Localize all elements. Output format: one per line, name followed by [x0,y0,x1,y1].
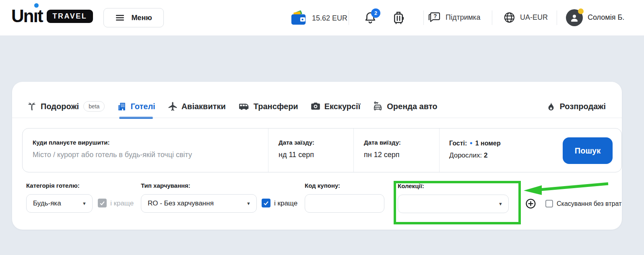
meal-type-select[interactable]: RO - Без харчування ▼ [141,194,257,213]
tab-hotels[interactable]: Готелі [117,99,155,114]
chevron-down-icon: ▼ [82,201,87,206]
header-divider [423,10,424,25]
sales-label: Розпродажі [559,102,606,111]
wallet-icon [291,10,308,26]
tab-trips[interactable]: Подорожі beta [27,99,105,114]
coupon-code-label: Код купону: [305,182,340,189]
trips-luggage-button[interactable] [391,10,406,26]
flame-icon [546,102,556,111]
tab-excursions[interactable]: Екскурсії [310,99,361,114]
header-divider [557,10,557,25]
person-icon [569,12,580,23]
beta-badge: beta [83,101,105,112]
tab-label: Трансфери [254,102,298,111]
suitcase-icon [391,10,406,26]
tab-flights[interactable]: Авіаквитки [167,99,226,114]
collections-label: Колекції: [398,182,424,189]
header-divider [349,10,349,25]
hotel-category-select[interactable]: Будь-яка ▼ [26,194,93,213]
user-avatar[interactable] [566,9,583,26]
globe-icon [503,11,516,24]
checkin-value[interactable]: нд 11 серп [279,151,353,159]
wallet-amount: 15.62 EUR [312,14,347,23]
hamburger-icon [115,13,125,23]
guests-label: Гості: [449,140,467,147]
category-and-better-checkbox[interactable] [98,199,107,207]
hotel-search-box: Куди плануєте вирушити: Місто / курорт а… [22,128,622,172]
header-divider [492,10,492,25]
collections-select[interactable]: ▼ [398,195,509,213]
wallet-balance[interactable]: 15.62 EUR [291,10,347,26]
brand-badge: TRAVEL [47,10,93,23]
camera-icon [310,101,321,112]
notifications-button[interactable]: 2 [363,11,377,25]
destination-placeholder[interactable]: Місто / курорт або готель в будь-якій то… [33,151,268,159]
brand-logo[interactable]: Unıt TRAVEL [11,7,93,25]
add-filter-button[interactable] [525,198,537,209]
tab-label: Готелі [130,102,155,111]
meal-type-label: Тип харчування: [141,182,190,189]
meal-type-value: RO - Без харчування [148,199,214,207]
adults-label: Дорослих: [449,151,482,159]
hotel-category-value: Будь-яка [33,199,61,207]
svg-text:?: ? [433,13,437,19]
checkout-label: Дата виїзду: [364,139,439,146]
search-card: Подорожі beta Готелі Авіаквитки [12,82,622,230]
support-button[interactable]: ? Підтримка [427,11,480,24]
palm-tree-icon [27,101,37,112]
user-name[interactable]: Соломія Б. [588,13,624,22]
tab-label: Авіаквитки [182,102,226,111]
plus-circle-icon [525,198,537,209]
search-button[interactable]: Пошук [563,137,613,164]
guests-bullet: • [470,139,472,147]
support-label: Підтримка [446,13,480,22]
checkin-label: Дата заїзду: [279,139,353,146]
guests-rooms: 1 номер [475,140,501,147]
menu-label: Меню [131,14,152,22]
van-icon [238,101,250,112]
checkout-value[interactable]: пн 12 серп [364,151,439,159]
tab-label: Оренда авто [387,102,437,111]
product-tabs: Подорожі beta Готелі Авіаквитки [27,99,438,114]
brand-wordmark: Unıt [11,7,43,25]
support-chat-icon: ? [427,11,441,24]
locale-label: UA-EUR [520,13,548,22]
hotel-category-label: Категорія готелю: [26,182,80,189]
coupon-code-input[interactable] [305,194,384,213]
destination-label: Куди плануєте вирушити: [33,139,268,146]
locale-currency-button[interactable]: UA-EUR [503,11,548,24]
notifications-count-badge: 2 [371,8,380,18]
tab-transfers[interactable]: Трансфери [238,99,298,114]
category-and-better-label: і краще [110,199,134,207]
building-icon [117,102,127,112]
tab-sales[interactable]: Розпродажі [546,99,606,114]
chevron-down-icon: ▼ [498,201,503,206]
check-icon [263,200,269,206]
checkin-field[interactable]: Дата заїзду: нд 11 серп [268,129,353,172]
free-cancellation-checkbox[interactable] [545,200,553,207]
destination-field[interactable]: Куди плануєте вирушити: Місто / курорт а… [23,129,268,172]
tab-label: Подорожі [41,102,79,111]
chevron-down-icon: ▼ [246,201,251,206]
adults-value: 2 [484,151,487,159]
menu-button[interactable]: Меню [103,8,164,27]
avatar-status-dot [578,8,584,14]
tab-label: Екскурсії [324,102,361,111]
top-header: Unıt TRAVEL Меню 15.62 EUR 2 [0,0,644,35]
tab-car-rental[interactable]: Оренда авто [372,99,437,114]
meal-and-better-checkbox[interactable] [262,199,270,207]
meal-and-better-label: і краще [274,199,297,207]
check-icon [99,200,105,206]
free-cancellation-label: Скасування без втрат [557,200,621,207]
airplane-icon [167,101,178,112]
tabs-divider [12,118,622,118]
car-key-icon [372,101,383,112]
checkout-field[interactable]: Дата виїзду: пн 12 серп [353,129,439,172]
